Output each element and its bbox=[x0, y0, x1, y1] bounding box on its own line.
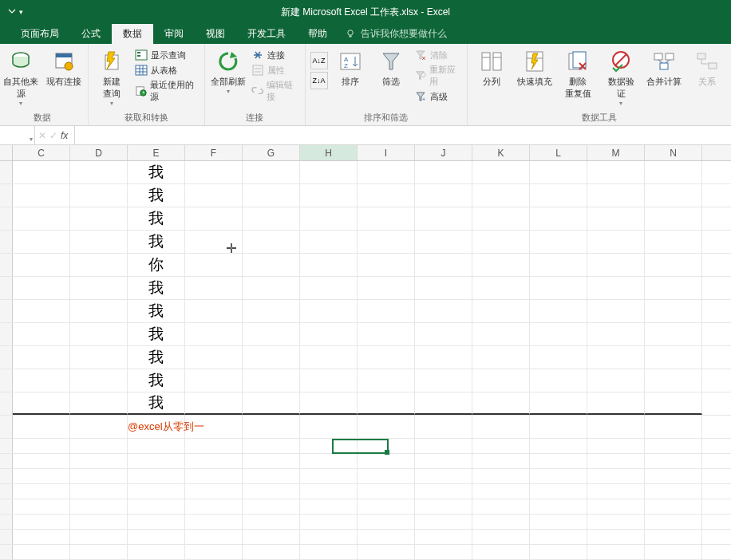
cell[interactable] bbox=[645, 499, 702, 514]
cell[interactable] bbox=[472, 439, 530, 453]
tab-view[interactable]: 视图 bbox=[195, 24, 236, 44]
cell[interactable] bbox=[300, 545, 358, 559]
cell[interactable] bbox=[645, 184, 702, 207]
cell[interactable] bbox=[415, 469, 472, 483]
cell[interactable] bbox=[13, 499, 70, 514]
recent-sources-button[interactable]: 最近使用的源 bbox=[135, 79, 200, 103]
cell[interactable] bbox=[243, 499, 300, 514]
cell[interactable] bbox=[70, 207, 128, 230]
cell[interactable] bbox=[530, 207, 587, 230]
cell[interactable] bbox=[128, 454, 185, 468]
cell[interactable] bbox=[300, 469, 358, 483]
cell[interactable] bbox=[645, 231, 702, 253]
select-all-corner[interactable] bbox=[0, 145, 13, 160]
cell[interactable] bbox=[128, 469, 185, 483]
cell[interactable]: 你 bbox=[128, 254, 185, 276]
cell[interactable]: @excel从零到一 bbox=[128, 416, 185, 438]
cell[interactable] bbox=[300, 323, 358, 345]
cell[interactable] bbox=[645, 300, 702, 322]
cell[interactable] bbox=[530, 469, 587, 483]
data-validation-button[interactable]: 数据验 证 ▾ bbox=[602, 47, 640, 107]
row-header[interactable] bbox=[0, 530, 13, 544]
cell[interactable] bbox=[645, 392, 702, 415]
formula-input[interactable] bbox=[75, 126, 731, 144]
row-header[interactable] bbox=[0, 254, 13, 276]
cell[interactable] bbox=[185, 392, 243, 415]
cell[interactable] bbox=[358, 161, 415, 183]
cell[interactable] bbox=[243, 161, 300, 183]
cell[interactable] bbox=[300, 416, 358, 438]
cell[interactable] bbox=[13, 207, 70, 230]
cell[interactable] bbox=[70, 515, 128, 529]
cell[interactable] bbox=[185, 231, 243, 253]
row-header[interactable] bbox=[0, 277, 13, 299]
cell[interactable] bbox=[587, 530, 645, 544]
row-header[interactable] bbox=[0, 300, 13, 322]
cell[interactable] bbox=[13, 369, 70, 392]
cell[interactable] bbox=[185, 323, 243, 345]
cell[interactable] bbox=[300, 207, 358, 230]
cell[interactable] bbox=[70, 254, 128, 276]
text-to-columns-button[interactable]: 分列 bbox=[472, 47, 511, 88]
cell[interactable] bbox=[530, 454, 587, 468]
tab-help[interactable]: 帮助 bbox=[297, 24, 338, 44]
cell[interactable] bbox=[645, 161, 702, 183]
cell[interactable] bbox=[243, 207, 300, 230]
col-header-H[interactable]: H bbox=[300, 145, 358, 160]
flash-fill-button[interactable]: 快速填充 bbox=[516, 47, 554, 88]
cell[interactable] bbox=[645, 545, 702, 559]
cell[interactable] bbox=[13, 300, 70, 322]
cell[interactable] bbox=[185, 300, 243, 322]
cell[interactable]: 我 bbox=[128, 323, 185, 345]
cell[interactable] bbox=[587, 300, 645, 322]
cell[interactable] bbox=[587, 369, 645, 392]
cell[interactable] bbox=[645, 484, 702, 499]
cell[interactable]: 我 bbox=[128, 277, 185, 299]
cell[interactable] bbox=[472, 323, 530, 345]
cell[interactable] bbox=[587, 484, 645, 499]
cell[interactable] bbox=[128, 499, 185, 514]
cell[interactable] bbox=[300, 530, 358, 544]
cell[interactable] bbox=[300, 454, 358, 468]
cell[interactable] bbox=[358, 346, 415, 369]
cell[interactable] bbox=[243, 530, 300, 544]
cell[interactable] bbox=[587, 231, 645, 253]
col-header-I[interactable]: I bbox=[358, 145, 415, 160]
col-header-G[interactable]: G bbox=[243, 145, 300, 160]
cell[interactable] bbox=[243, 323, 300, 345]
cell[interactable]: 我 bbox=[128, 231, 185, 253]
row-header[interactable] bbox=[0, 207, 13, 230]
cell[interactable] bbox=[300, 277, 358, 299]
col-header-D[interactable]: D bbox=[70, 145, 128, 160]
sort-button[interactable]: AZ 排序 bbox=[333, 47, 369, 88]
cell[interactable] bbox=[645, 254, 702, 276]
cell[interactable] bbox=[13, 530, 70, 544]
cell[interactable] bbox=[243, 515, 300, 529]
chevron-down-icon[interactable]: ▾ bbox=[30, 136, 33, 143]
cell[interactable] bbox=[358, 300, 415, 322]
spreadsheet-grid[interactable]: CDEFGHIJKLMN 我我我我你我我我我我我@excel从零到一 bbox=[0, 145, 731, 560]
cell[interactable] bbox=[530, 439, 587, 453]
advanced-filter-button[interactable]: + 高级 bbox=[414, 90, 462, 103]
cell[interactable] bbox=[645, 277, 702, 299]
tab-pagelayout[interactable]: 页面布局 bbox=[10, 24, 70, 44]
cell[interactable] bbox=[13, 454, 70, 468]
cell[interactable] bbox=[70, 184, 128, 207]
cell[interactable] bbox=[472, 515, 530, 529]
cell[interactable] bbox=[13, 484, 70, 499]
cell[interactable] bbox=[645, 323, 702, 345]
cell[interactable] bbox=[70, 469, 128, 483]
cell[interactable] bbox=[358, 469, 415, 483]
col-header-J[interactable]: J bbox=[415, 145, 472, 160]
tab-data[interactable]: 数据 bbox=[112, 24, 153, 44]
cell[interactable] bbox=[185, 515, 243, 529]
cell[interactable] bbox=[13, 469, 70, 483]
cell[interactable] bbox=[415, 515, 472, 529]
cell[interactable] bbox=[243, 484, 300, 499]
cell[interactable] bbox=[185, 346, 243, 369]
col-header-N[interactable]: N bbox=[645, 145, 702, 160]
cell[interactable]: 我 bbox=[128, 207, 185, 230]
cell[interactable]: 我 bbox=[128, 392, 185, 415]
cell[interactable] bbox=[185, 454, 243, 468]
cell[interactable] bbox=[415, 161, 472, 183]
